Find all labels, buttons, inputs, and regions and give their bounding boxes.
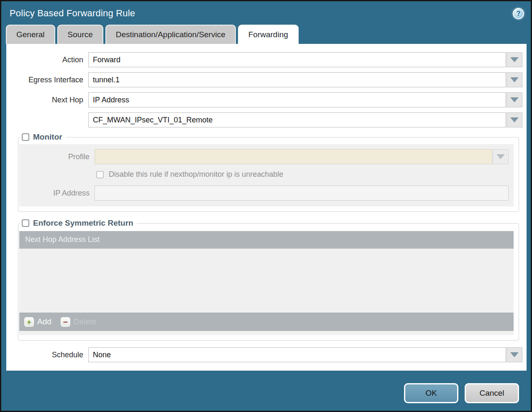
next-hop-address-list-body — [19, 249, 514, 313]
plus-icon: + — [24, 317, 34, 327]
chevron-down-icon — [496, 154, 505, 159]
next-hop-combo — [88, 92, 522, 107]
next-hop-address-list-table: Next Hop Address List + Add − Delete — [19, 231, 514, 331]
profile-row: Profile — [19, 149, 509, 164]
egress-interface-label: Egress Interface — [6, 76, 88, 84]
action-dropdown-button[interactable] — [506, 52, 522, 67]
dialog-title: Policy Based Forwarding Rule — [10, 8, 135, 19]
disable-rule-row: Disable this rule if nexthop/monitor ip … — [96, 170, 509, 179]
next-hop-label: Next Hop — [6, 96, 88, 104]
next-hop-type-input[interactable] — [88, 92, 506, 107]
schedule-combo — [88, 347, 522, 362]
enforce-symmetric-return-fieldset: Enforce Symmetric Return Next Hop Addres… — [18, 219, 519, 341]
chevron-down-icon — [510, 97, 519, 102]
profile-label: Profile — [19, 153, 95, 161]
monitor-ip-address-label: IP Address — [19, 189, 95, 198]
profile-dropdown-button — [493, 149, 509, 164]
schedule-label: Schedule — [6, 351, 88, 359]
action-label: Action — [6, 56, 88, 64]
monitor-panel: Profile Disable this rule if nexthop/mon… — [19, 144, 514, 206]
action-row: Action — [6, 52, 522, 67]
next-hop-address-combo — [88, 112, 522, 127]
forwarding-tab-panel: Action Egress Interface Next Hop — [6, 44, 527, 371]
minus-icon: − — [61, 317, 70, 327]
pbf-rule-dialog: Policy Based Forwarding Rule ? General S… — [0, 0, 532, 412]
egress-interface-input[interactable] — [88, 72, 506, 87]
disable-rule-label: Disable this rule if nexthop/monitor ip … — [109, 170, 283, 179]
next-hop-address-list-header: Next Hop Address List — [19, 231, 514, 249]
enforce-symmetric-return-legend-label: Enforce Symmetric Return — [33, 219, 133, 228]
monitor-ip-address-input — [95, 186, 509, 201]
monitor-checkbox[interactable] — [22, 133, 29, 141]
delete-button: − Delete — [61, 317, 97, 327]
tab-destination-application-service[interactable]: Destination/Application/Service — [105, 25, 236, 44]
monitor-legend-label: Monitor — [33, 132, 62, 142]
monitor-ip-address-combo — [95, 186, 509, 201]
next-hop-dropdown-button[interactable] — [506, 92, 522, 107]
dialog-footer: OK Cancel — [1, 371, 531, 403]
action-combo — [88, 52, 522, 67]
monitor-legend: Monitor — [20, 132, 66, 142]
delete-button-label: Delete — [74, 317, 97, 326]
profile-combo — [95, 149, 509, 164]
next-hop-address-dropdown-button[interactable] — [506, 112, 522, 127]
schedule-input[interactable] — [88, 347, 506, 362]
dialog-titlebar: Policy Based Forwarding Rule ? — [1, 1, 531, 19]
tab-forwarding[interactable]: Forwarding — [238, 25, 299, 44]
schedule-dropdown-button[interactable] — [506, 347, 522, 362]
ok-button[interactable]: OK — [404, 383, 458, 403]
add-button-label: Add — [37, 317, 51, 326]
table-bottom-strip — [19, 331, 514, 335]
egress-interface-combo — [88, 72, 522, 87]
enforce-symmetric-return-legend: Enforce Symmetric Return — [20, 219, 137, 228]
monitor-fieldset: Monitor Profile Disable this rule if nex… — [18, 132, 519, 212]
chevron-down-icon — [510, 57, 519, 62]
egress-interface-dropdown-button[interactable] — [506, 72, 522, 87]
help-icon[interactable]: ? — [513, 8, 524, 19]
next-hop-row: Next Hop — [6, 92, 522, 107]
profile-input — [95, 149, 492, 164]
chevron-down-icon — [510, 352, 519, 357]
chevron-down-icon — [510, 117, 519, 122]
monitor-ip-address-row: IP Address — [19, 186, 509, 201]
cancel-button[interactable]: Cancel — [465, 383, 519, 403]
egress-interface-row: Egress Interface — [6, 72, 522, 87]
tab-bar: General Source Destination/Application/S… — [1, 19, 531, 44]
tab-source[interactable]: Source — [57, 25, 103, 44]
tab-general[interactable]: General — [6, 25, 55, 44]
enforce-symmetric-return-checkbox[interactable] — [22, 219, 29, 227]
disable-rule-checkbox — [96, 171, 104, 178]
next-hop-address-list-toolbar: + Add − Delete — [19, 313, 514, 331]
next-hop-address-row — [6, 112, 522, 127]
chevron-down-icon — [510, 77, 519, 82]
next-hop-address-input[interactable] — [88, 112, 506, 127]
add-button[interactable]: + Add — [24, 317, 51, 327]
schedule-row: Schedule — [6, 347, 522, 362]
action-input[interactable] — [88, 52, 506, 67]
